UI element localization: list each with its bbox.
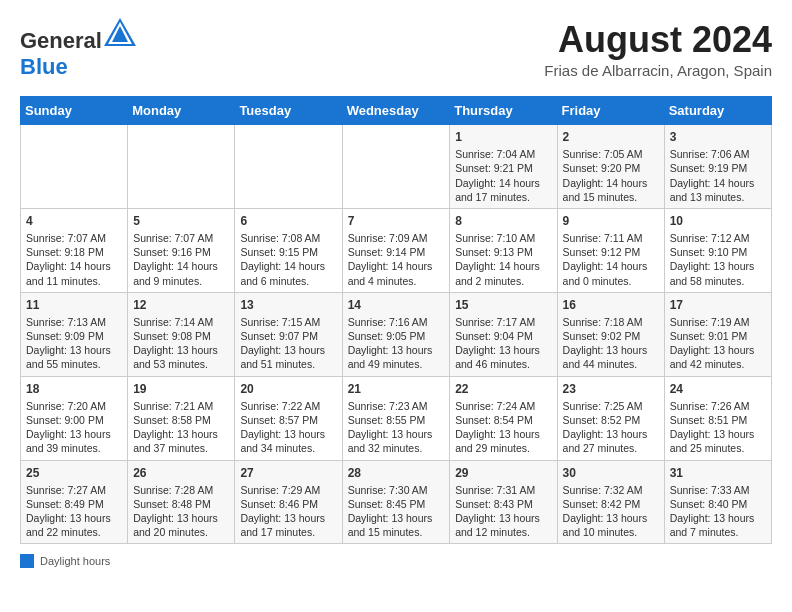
day-info: Sunrise: 7:04 AM Sunset: 9:21 PM Dayligh… [455, 147, 551, 204]
day-info: Sunrise: 7:27 AM Sunset: 8:49 PM Dayligh… [26, 483, 122, 540]
calendar-week-row: 4Sunrise: 7:07 AM Sunset: 9:18 PM Daylig… [21, 208, 772, 292]
day-info: Sunrise: 7:08 AM Sunset: 9:15 PM Dayligh… [240, 231, 336, 288]
day-info: Sunrise: 7:26 AM Sunset: 8:51 PM Dayligh… [670, 399, 766, 456]
day-number: 30 [563, 465, 659, 481]
day-number: 27 [240, 465, 336, 481]
logo-general: General [20, 28, 102, 53]
day-number: 23 [563, 381, 659, 397]
calendar-cell [235, 125, 342, 209]
day-number: 22 [455, 381, 551, 397]
day-info: Sunrise: 7:10 AM Sunset: 9:13 PM Dayligh… [455, 231, 551, 288]
calendar-cell: 4Sunrise: 7:07 AM Sunset: 9:18 PM Daylig… [21, 208, 128, 292]
day-info: Sunrise: 7:14 AM Sunset: 9:08 PM Dayligh… [133, 315, 229, 372]
calendar-cell: 7Sunrise: 7:09 AM Sunset: 9:14 PM Daylig… [342, 208, 450, 292]
day-info: Sunrise: 7:11 AM Sunset: 9:12 PM Dayligh… [563, 231, 659, 288]
day-info: Sunrise: 7:05 AM Sunset: 9:20 PM Dayligh… [563, 147, 659, 204]
day-info: Sunrise: 7:31 AM Sunset: 8:43 PM Dayligh… [455, 483, 551, 540]
day-number: 18 [26, 381, 122, 397]
day-info: Sunrise: 7:12 AM Sunset: 9:10 PM Dayligh… [670, 231, 766, 288]
day-number: 6 [240, 213, 336, 229]
day-info: Sunrise: 7:23 AM Sunset: 8:55 PM Dayligh… [348, 399, 445, 456]
day-info: Sunrise: 7:13 AM Sunset: 9:09 PM Dayligh… [26, 315, 122, 372]
day-number: 26 [133, 465, 229, 481]
calendar-cell [21, 125, 128, 209]
calendar-week-row: 1Sunrise: 7:04 AM Sunset: 9:21 PM Daylig… [21, 125, 772, 209]
day-number: 21 [348, 381, 445, 397]
calendar-cell: 16Sunrise: 7:18 AM Sunset: 9:02 PM Dayli… [557, 292, 664, 376]
calendar-cell: 29Sunrise: 7:31 AM Sunset: 8:43 PM Dayli… [450, 460, 557, 544]
calendar-day-header: Monday [128, 97, 235, 125]
calendar-day-header: Saturday [664, 97, 771, 125]
calendar-table: SundayMondayTuesdayWednesdayThursdayFrid… [20, 96, 772, 544]
calendar-day-header: Sunday [21, 97, 128, 125]
calendar-cell: 13Sunrise: 7:15 AM Sunset: 9:07 PM Dayli… [235, 292, 342, 376]
calendar-cell [342, 125, 450, 209]
logo-icon [104, 18, 136, 46]
day-number: 9 [563, 213, 659, 229]
calendar-cell: 1Sunrise: 7:04 AM Sunset: 9:21 PM Daylig… [450, 125, 557, 209]
day-info: Sunrise: 7:29 AM Sunset: 8:46 PM Dayligh… [240, 483, 336, 540]
day-info: Sunrise: 7:15 AM Sunset: 9:07 PM Dayligh… [240, 315, 336, 372]
page-header: General Blue August 2024 Frias de Albarr… [20, 20, 772, 80]
day-number: 1 [455, 129, 551, 145]
footer-legend: Daylight hours [20, 554, 772, 568]
calendar-cell: 27Sunrise: 7:29 AM Sunset: 8:46 PM Dayli… [235, 460, 342, 544]
day-info: Sunrise: 7:28 AM Sunset: 8:48 PM Dayligh… [133, 483, 229, 540]
calendar-cell: 18Sunrise: 7:20 AM Sunset: 9:00 PM Dayli… [21, 376, 128, 460]
day-number: 29 [455, 465, 551, 481]
day-info: Sunrise: 7:07 AM Sunset: 9:16 PM Dayligh… [133, 231, 229, 288]
day-number: 8 [455, 213, 551, 229]
day-number: 15 [455, 297, 551, 313]
calendar-cell: 30Sunrise: 7:32 AM Sunset: 8:42 PM Dayli… [557, 460, 664, 544]
day-info: Sunrise: 7:18 AM Sunset: 9:02 PM Dayligh… [563, 315, 659, 372]
day-info: Sunrise: 7:25 AM Sunset: 8:52 PM Dayligh… [563, 399, 659, 456]
day-info: Sunrise: 7:06 AM Sunset: 9:19 PM Dayligh… [670, 147, 766, 204]
location-subtitle: Frias de Albarracin, Aragon, Spain [544, 62, 772, 79]
calendar-cell: 26Sunrise: 7:28 AM Sunset: 8:48 PM Dayli… [128, 460, 235, 544]
calendar-day-header: Tuesday [235, 97, 342, 125]
calendar-cell: 31Sunrise: 7:33 AM Sunset: 8:40 PM Dayli… [664, 460, 771, 544]
day-info: Sunrise: 7:19 AM Sunset: 9:01 PM Dayligh… [670, 315, 766, 372]
calendar-week-row: 25Sunrise: 7:27 AM Sunset: 8:49 PM Dayli… [21, 460, 772, 544]
calendar-cell: 20Sunrise: 7:22 AM Sunset: 8:57 PM Dayli… [235, 376, 342, 460]
calendar-cell: 14Sunrise: 7:16 AM Sunset: 9:05 PM Dayli… [342, 292, 450, 376]
title-block: August 2024 Frias de Albarracin, Aragon,… [544, 20, 772, 79]
calendar-cell: 15Sunrise: 7:17 AM Sunset: 9:04 PM Dayli… [450, 292, 557, 376]
calendar-header-row: SundayMondayTuesdayWednesdayThursdayFrid… [21, 97, 772, 125]
legend-label: Daylight hours [40, 555, 110, 567]
day-number: 24 [670, 381, 766, 397]
calendar-cell: 19Sunrise: 7:21 AM Sunset: 8:58 PM Dayli… [128, 376, 235, 460]
calendar-cell: 21Sunrise: 7:23 AM Sunset: 8:55 PM Dayli… [342, 376, 450, 460]
calendar-cell: 22Sunrise: 7:24 AM Sunset: 8:54 PM Dayli… [450, 376, 557, 460]
legend-color-box [20, 554, 34, 568]
logo: General Blue [20, 20, 136, 80]
logo-blue: Blue [20, 54, 68, 79]
day-number: 7 [348, 213, 445, 229]
day-number: 2 [563, 129, 659, 145]
calendar-cell: 28Sunrise: 7:30 AM Sunset: 8:45 PM Dayli… [342, 460, 450, 544]
day-info: Sunrise: 7:30 AM Sunset: 8:45 PM Dayligh… [348, 483, 445, 540]
calendar-day-header: Wednesday [342, 97, 450, 125]
day-number: 17 [670, 297, 766, 313]
day-number: 31 [670, 465, 766, 481]
calendar-cell: 9Sunrise: 7:11 AM Sunset: 9:12 PM Daylig… [557, 208, 664, 292]
calendar-cell: 6Sunrise: 7:08 AM Sunset: 9:15 PM Daylig… [235, 208, 342, 292]
day-number: 16 [563, 297, 659, 313]
calendar-cell: 17Sunrise: 7:19 AM Sunset: 9:01 PM Dayli… [664, 292, 771, 376]
calendar-cell: 3Sunrise: 7:06 AM Sunset: 9:19 PM Daylig… [664, 125, 771, 209]
calendar-cell: 2Sunrise: 7:05 AM Sunset: 9:20 PM Daylig… [557, 125, 664, 209]
calendar-week-row: 11Sunrise: 7:13 AM Sunset: 9:09 PM Dayli… [21, 292, 772, 376]
day-number: 13 [240, 297, 336, 313]
calendar-cell: 23Sunrise: 7:25 AM Sunset: 8:52 PM Dayli… [557, 376, 664, 460]
calendar-cell: 11Sunrise: 7:13 AM Sunset: 9:09 PM Dayli… [21, 292, 128, 376]
calendar-cell: 12Sunrise: 7:14 AM Sunset: 9:08 PM Dayli… [128, 292, 235, 376]
day-info: Sunrise: 7:33 AM Sunset: 8:40 PM Dayligh… [670, 483, 766, 540]
day-info: Sunrise: 7:07 AM Sunset: 9:18 PM Dayligh… [26, 231, 122, 288]
month-year-title: August 2024 [544, 20, 772, 60]
day-number: 25 [26, 465, 122, 481]
day-number: 19 [133, 381, 229, 397]
day-info: Sunrise: 7:24 AM Sunset: 8:54 PM Dayligh… [455, 399, 551, 456]
day-number: 10 [670, 213, 766, 229]
day-info: Sunrise: 7:20 AM Sunset: 9:00 PM Dayligh… [26, 399, 122, 456]
day-info: Sunrise: 7:32 AM Sunset: 8:42 PM Dayligh… [563, 483, 659, 540]
